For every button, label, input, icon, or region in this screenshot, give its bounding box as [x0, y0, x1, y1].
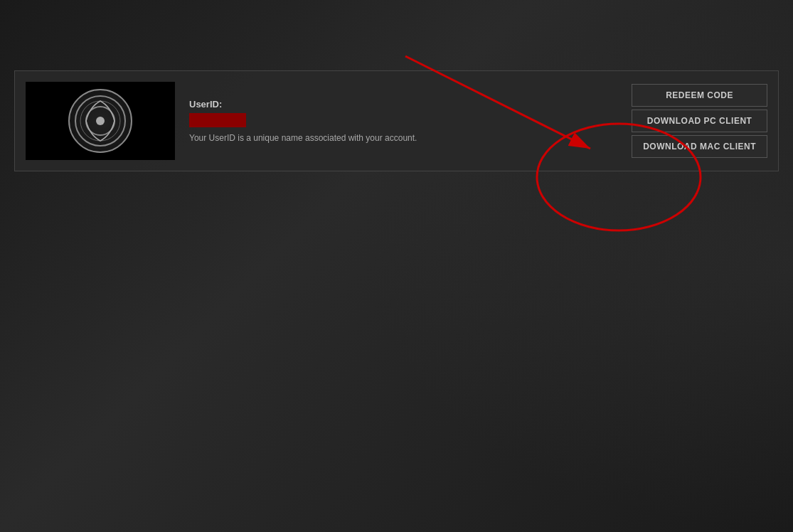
- user-info-panel: UserID: Your UserID is a unique name ass…: [14, 70, 779, 171]
- download-pc-button[interactable]: DOWNLOAD PC CLIENT: [632, 110, 767, 132]
- svg-point-3: [96, 117, 105, 125]
- page-wrapper: The Elder Scrolls Online STORE SUPPORT °…: [0, 0, 793, 532]
- redeem-code-button[interactable]: REDEEM CODE: [632, 84, 767, 107]
- user-details: UserID: Your UserID is a unique name ass…: [189, 99, 617, 143]
- userid-label: UserID:: [189, 99, 617, 110]
- eso-emblem-svg: [72, 92, 129, 149]
- eso-emblem: [68, 89, 132, 153]
- action-buttons: REDEEM CODE DOWNLOAD PC CLIENT DOWNLOAD …: [632, 84, 767, 158]
- userid-value: [189, 113, 246, 127]
- userid-description: Your UserID is a unique name associated …: [189, 133, 617, 143]
- download-mac-button[interactable]: DOWNLOAD MAC CLIENT: [632, 135, 767, 158]
- game-logo-image: [26, 82, 175, 160]
